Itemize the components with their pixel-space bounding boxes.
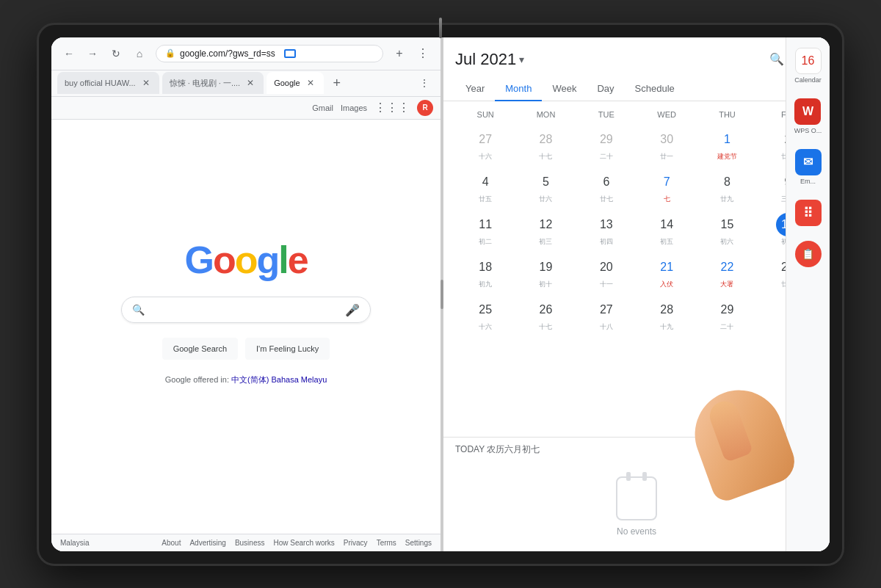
day-num: 15 [715,213,739,236]
day-num: 13 [595,213,618,236]
cal-cell-28[interactable]: 28 十九 [637,295,697,336]
add-tab-button[interactable]: + [327,73,347,93]
footer-how-search[interactable]: How Search works [273,539,334,547]
calendar-weeks: 27 十六 28 十七 29 二十 30 廿一 [455,125,818,336]
apps-icon[interactable]: ⋮⋮⋮ [374,101,410,115]
dock-wps-item[interactable]: W WPS O... [791,95,825,137]
week-3: 11 初二 12 初三 13 初四 14 初五 [455,210,818,251]
mic-icon[interactable]: 🎤 [345,303,360,317]
hand-finger [706,397,753,462]
footer-privacy[interactable]: Privacy [344,539,368,547]
day-num: 11 [474,213,497,236]
cal-cell-7[interactable]: 7 七 [637,167,697,208]
tab-week[interactable]: Week [542,77,587,101]
cal-cell-4[interactable]: 4 廿五 [455,167,515,208]
cal-cell-12[interactable]: 12 初三 [515,210,576,251]
cal-cell-20[interactable]: 20 十一 [576,253,637,294]
url-text: google.com/?gws_rd=ss [180,48,275,59]
cal-cell-29-jun[interactable]: 29 二十 [576,125,637,166]
day-header-wed: WED [637,107,697,122]
back-button[interactable]: ← [59,43,79,64]
cal-cell-22[interactable]: 22 大署 [697,253,757,294]
dock-email-item[interactable]: ✉ Em... [792,146,824,188]
day-num: 25 [474,298,497,322]
cal-cell-15[interactable]: 15 初六 [697,210,757,251]
day-num: 18 [474,255,497,279]
day-lunar-holiday: 建党节 [717,152,737,161]
day-lunar: 初四 [600,237,613,247]
tab-schedule[interactable]: Schedule [625,77,685,101]
footer-about[interactable]: About [162,539,181,547]
wps-icon: W [794,98,821,125]
side-dock: 16 Calendar W WPS O... ✉ Em... [786,37,830,551]
tab-3[interactable]: Google ✕ [267,72,323,94]
dock-email-label: Em... [800,178,816,185]
new-tab-button[interactable]: + [389,43,410,64]
day-lunar: 十六 [479,322,492,332]
gmail-link[interactable]: Gmail [312,104,333,112]
cal-cell-6[interactable]: 6 廿七 [576,167,637,208]
day-lunar: 十七 [539,152,552,161]
cal-cell-8[interactable]: 8 廿九 [697,167,757,208]
cal-cell-21[interactable]: 21 入伏 [637,253,697,294]
cal-cell-1-jul[interactable]: 1 建党节 [697,125,757,166]
address-bar[interactable]: 🔒 google.com/?gws_rd=ss [156,45,383,62]
forward-button[interactable]: → [82,43,103,64]
footer-business[interactable]: Business [235,539,265,547]
lang-malay-link[interactable]: Bahasa Melayu [271,375,327,384]
cal-cell-18[interactable]: 18 初九 [455,253,515,294]
images-link[interactable]: Images [341,104,367,112]
cal-cell-14[interactable]: 14 初五 [637,210,697,251]
cal-cell-30-jun[interactable]: 30 廿一 [637,125,697,166]
dock-calendar-item[interactable]: 16 Calendar [791,45,824,87]
google-search-button[interactable]: Google Search [162,338,238,360]
menu-button[interactable]: ⋮ [413,43,433,64]
cal-cell-27-jun[interactable]: 27 十六 [455,125,515,166]
footer-terms[interactable]: Terms [377,539,396,547]
day-lunar: 十八 [600,322,613,332]
cal-cell-5[interactable]: 5 廿六 [515,167,576,208]
browser-footer: Malaysia About Advertising Business How … [51,534,440,551]
footer-advertising[interactable]: Advertising [189,539,225,547]
tab-3-close[interactable]: ✕ [305,77,316,89]
email-icon: ✉ [795,149,822,175]
tab-1[interactable]: buy official HUAW... ✕ [57,72,159,94]
logo-o1: o [213,239,235,281]
user-avatar[interactable]: R [417,100,433,116]
calendar-title[interactable]: Jul 2021 ▾ [455,50,524,69]
dock-date-widget: 16 [795,48,822,74]
day-lunar: 二十 [600,152,613,161]
footer-settings[interactable]: Settings [405,539,432,547]
cal-cell-13[interactable]: 13 初四 [576,210,637,251]
calendar-panel: Jul 2021 ▾ 🔍 ··· Year Month Week Day Sch… [443,37,830,551]
tab-month[interactable]: Month [495,77,542,101]
cal-cell-26[interactable]: 26 十七 [515,295,576,336]
day-num: 1 [715,128,739,151]
dock-notes-item[interactable]: 📋 [792,238,824,270]
day-num: 20 [595,255,618,279]
home-button[interactable]: ⌂ [129,43,150,64]
tab-overflow-button[interactable]: ⋮ [414,73,435,93]
cal-cell-11[interactable]: 11 初二 [455,210,515,251]
tab-1-close[interactable]: ✕ [140,77,152,89]
refresh-button[interactable]: ↻ [106,43,126,64]
cal-cell-27[interactable]: 27 十八 [576,295,637,336]
tab-2[interactable]: 惊悚 · 电视剧 · 一.... ✕ [162,72,264,94]
tab-year[interactable]: Year [455,77,495,101]
cal-cell-29[interactable]: 29 二十 [697,295,757,336]
lang-chinese-link[interactable]: 中文(简体) [231,375,269,384]
dock-apps-item[interactable]: ⠿ [792,197,824,229]
tablet-frame: ← → ↻ ⌂ 🔒 google.com/?gws_rd=ss + ⋮ [37,23,844,566]
search-box[interactable]: 🔍 🎤 [121,297,371,323]
cal-cell-25[interactable]: 25 十六 [455,295,515,336]
tab-2-close[interactable]: ✕ [244,77,256,89]
tab-day[interactable]: Day [587,77,624,101]
feeling-lucky-button[interactable]: I'm Feeling Lucky [245,338,330,360]
logo-g2: g [256,239,278,281]
day-lunar-holiday: 大署 [720,280,733,289]
day-num: 14 [655,213,678,236]
toolbar-actions: + ⋮ [389,43,433,64]
cal-cell-19[interactable]: 19 初十 [515,253,576,294]
cal-cell-28-jun[interactable]: 28 十七 [515,125,576,166]
stylus [439,18,442,38]
